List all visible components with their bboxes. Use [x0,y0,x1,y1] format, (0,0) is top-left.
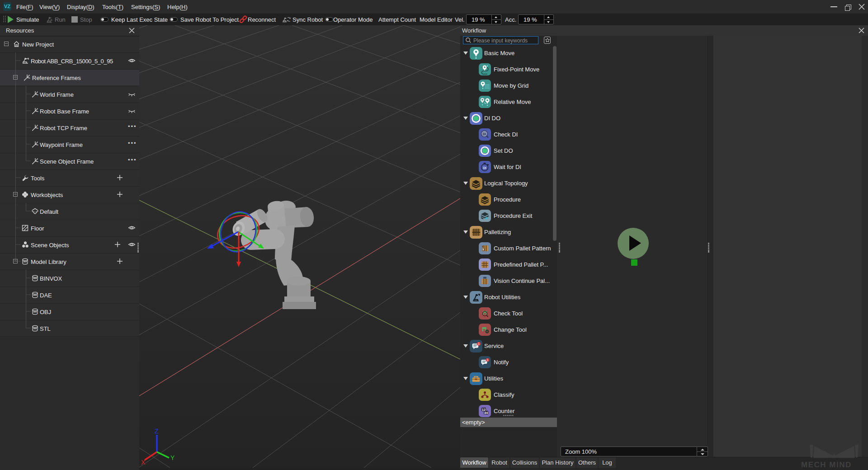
svg-text:DI: DI [483,132,486,136]
svg-text:Y: Y [170,454,175,461]
svg-text:1: 1 [487,358,489,362]
svg-text:34: 34 [484,411,488,415]
svg-text:1: 1 [478,342,480,345]
svg-text:X: X [141,459,146,466]
svg-text:Z: Z [155,428,159,435]
svg-text:DI: DI [483,166,486,169]
